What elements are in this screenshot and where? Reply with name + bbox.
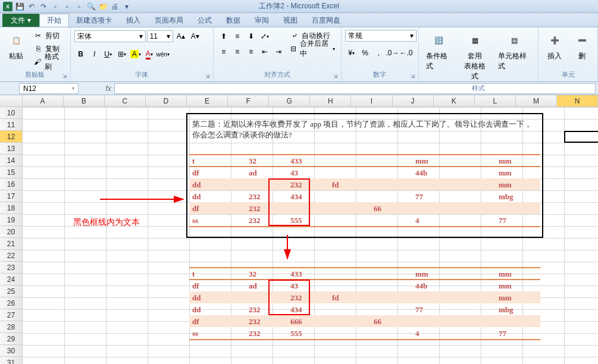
col-header[interactable]: F [228,95,269,106]
cell-style-button[interactable]: ▤单元格样式 [494,30,535,83]
row-header[interactable]: 17 [0,190,23,202]
tab-home[interactable]: 开始 [39,14,69,27]
orientation-button[interactable]: ⤢▾ [258,30,271,43]
grow-font-button[interactable]: A▴ [174,30,187,43]
table-format-button[interactable]: ▦套用 表格格式 [458,30,492,83]
number-format-combo[interactable]: 常规▾ [345,30,417,42]
insert-cells-button[interactable]: ➕插入 [542,30,567,69]
row-header[interactable]: 21 [0,238,23,250]
align-center-button[interactable]: ≡ [231,45,244,58]
fill-color-button[interactable]: A▾ [129,48,142,61]
tab-new[interactable]: 新建选项卡 [69,14,119,27]
bold-button[interactable]: B [74,48,87,61]
row-header[interactable]: 28 [0,321,23,333]
row-header[interactable]: 25 [0,285,23,297]
phonetic-button[interactable]: wén▾ [156,48,170,61]
qat-icon[interactable]: 📁 [98,1,108,12]
qat-icon[interactable]: ▫ [50,1,61,12]
row-header[interactable]: 12 [0,131,23,143]
row-header[interactable]: 15 [0,167,23,178]
font-name-combo[interactable]: 宋体▾ [74,30,146,42]
tab-insert[interactable]: 插入 [119,14,148,27]
name-box[interactable]: N12▾ [19,83,79,94]
col-header[interactable]: I [351,95,392,106]
undo-icon[interactable]: ↶ [26,1,37,12]
row-header[interactable]: 18 [0,202,23,214]
dialog-launcher[interactable]: ⇲ [61,72,69,80]
excel-icon[interactable]: X [2,1,13,12]
underline-button[interactable]: U▾ [102,48,115,61]
align-top-button[interactable]: ⬆ [217,30,230,43]
align-bottom-button[interactable]: ⬇ [245,30,258,43]
row-header[interactable]: 16 [0,178,23,190]
format-painter-button[interactable]: 🖌格式刷 [31,56,67,68]
row-header[interactable]: 30 [0,345,23,357]
row-header[interactable]: 13 [0,143,23,155]
col-header[interactable]: C [105,95,146,106]
qat-icon[interactable]: 🖨 [109,1,120,12]
select-all-corner[interactable] [0,95,23,106]
file-tab[interactable]: 文件▾ [2,14,39,27]
fx-icon[interactable]: fx [102,84,114,93]
tab-layout[interactable]: 页面布局 [148,14,190,27]
col-header[interactable]: J [393,95,434,106]
align-middle-button[interactable]: ≡ [231,30,244,43]
col-header[interactable]: H [310,95,351,106]
shrink-font-button[interactable]: A▾ [189,30,202,43]
col-header[interactable]: L [475,95,516,106]
row-header[interactable]: 24 [0,274,23,285]
col-header[interactable]: G [269,95,310,106]
qat-icon[interactable]: 🔍 [86,1,96,12]
col-header[interactable]: N [557,95,598,106]
font-size-combo[interactable]: 11▾ [147,30,173,42]
indent-right-button[interactable]: ⇥ [272,45,285,58]
row-header[interactable]: 11 [0,119,23,131]
delete-cells-button[interactable]: ➖删 [569,30,594,69]
decrease-decimal-button[interactable]: ←.0 [400,46,413,59]
row-header[interactable]: 29 [0,333,23,345]
row-header[interactable]: 23 [0,262,23,274]
align-right-button[interactable]: ≡ [245,45,258,58]
increase-decimal-button[interactable]: .0→ [386,46,399,59]
col-header[interactable]: E [187,95,228,106]
italic-button[interactable]: I [88,48,101,61]
tab-review[interactable]: 审阅 [248,14,276,27]
row-header[interactable]: 27 [0,309,23,321]
row-header[interactable]: 19 [0,214,23,226]
qat-dropdown-icon[interactable]: ▾ [121,1,132,12]
col-header[interactable]: D [146,95,187,106]
tab-formula[interactable]: 公式 [190,14,219,27]
qat-icon[interactable]: ▫ [62,1,73,12]
border-button[interactable]: ⊞▾ [115,48,129,61]
percent-button[interactable]: % [359,46,372,59]
cells[interactable]: 第二题：近期以来停车收费开发了 app 项目，节约了资源，相应人工下岗了。领导让… [23,107,598,364]
col-header[interactable]: A [23,95,64,106]
row-header[interactable]: 20 [0,226,23,238]
dialog-launcher[interactable]: ⇲ [203,72,212,80]
dialog-launcher[interactable]: ⇲ [409,72,417,80]
col-header[interactable]: K [434,95,475,106]
conditional-format-button[interactable]: 🔢条件格式 [422,30,456,83]
dialog-launcher[interactable]: ⇲ [331,72,340,80]
col-header[interactable]: M [516,95,557,106]
tab-data[interactable]: 数据 [219,14,248,27]
tab-baidu[interactable]: 百度网盘 [305,14,347,27]
save-icon[interactable]: 💾 [14,1,25,12]
col-header[interactable]: B [64,95,105,106]
currency-button[interactable]: ¥▾ [345,46,358,59]
align-left-button[interactable]: ≡ [217,45,230,58]
paste-button[interactable]: 📋 粘贴 [4,30,29,69]
tab-view[interactable]: 视图 [276,14,305,27]
row-header[interactable]: 22 [0,250,23,262]
row-header[interactable]: 31 [0,357,23,364]
merge-button[interactable]: ⊟合并后居中▾ [287,43,337,55]
row-header[interactable]: 26 [0,297,23,309]
redo-icon[interactable]: ↷ [38,1,49,12]
qat-icon[interactable]: ▫ [74,1,84,12]
indent-left-button[interactable]: ⇤ [258,45,271,58]
row-header[interactable]: 10 [0,107,23,119]
row-header[interactable]: 14 [0,155,23,167]
font-color-button[interactable]: A▾ [143,48,156,61]
comma-button[interactable]: , [372,46,386,59]
cut-button[interactable]: ✂剪切 [31,30,67,42]
